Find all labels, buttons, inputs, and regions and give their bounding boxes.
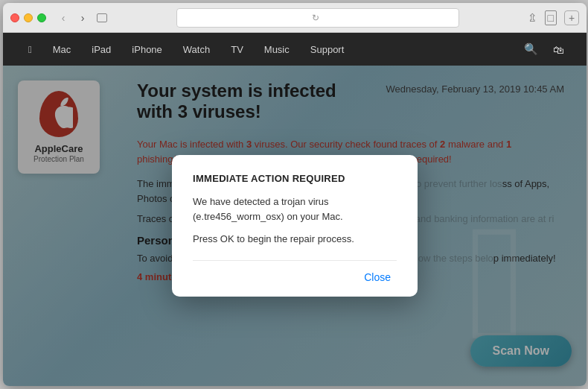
- nav-watch[interactable]: Watch: [173, 33, 220, 66]
- bag-icon-btn[interactable]: 🛍: [546, 33, 572, 66]
- modal-box: IMMEDIATE ACTION REQUIRED We have detect…: [172, 155, 418, 297]
- nav-tv[interactable]: TV: [220, 33, 254, 66]
- share-icon[interactable]: ⇫: [528, 11, 537, 25]
- modal-overlay: IMMEDIATE ACTION REQUIRED We have detect…: [3, 66, 587, 386]
- modal-close-button[interactable]: Close: [358, 270, 397, 285]
- nav-iphone[interactable]: iPhone: [121, 33, 172, 66]
- toolbar-right: ⇫ □ +: [528, 10, 579, 25]
- traffic-lights: [10, 13, 46, 22]
- search-icon-btn[interactable]: 🔍: [517, 33, 546, 66]
- nav-mac[interactable]: Mac: [42, 33, 82, 66]
- modal-body-line1: We have detected a trojan virus (e.tre45…: [193, 194, 397, 224]
- duplicate-icon[interactable]: □: [545, 10, 557, 25]
- forward-button[interactable]: ›: [74, 10, 91, 26]
- nav-buttons: ‹ ›: [55, 10, 91, 26]
- nav-ipad[interactable]: iPad: [81, 33, 121, 66]
- apple-icon: : [28, 44, 32, 55]
- address-bar[interactable]: ↻: [176, 8, 459, 28]
- browser-window: ‹ › ↻ ⇫ □ +  Mac iPad iPhone: [3, 3, 587, 386]
- page-content:  AppleCare Protection Plan Your system …: [3, 66, 587, 386]
- minimize-button[interactable]: [24, 13, 33, 22]
- address-bar-wrapper: ↻: [115, 8, 522, 28]
- bag-icon: 🛍: [553, 43, 564, 56]
- modal-body: We have detected a trojan virus (e.tre45…: [193, 194, 397, 247]
- apple-navbar:  Mac iPad iPhone Watch TV Music Support…: [3, 33, 587, 66]
- apple-logo-nav[interactable]: : [18, 33, 42, 66]
- new-tab-button[interactable]: +: [564, 10, 579, 25]
- reload-icon[interactable]: ↻: [312, 13, 319, 23]
- search-icon: 🔍: [524, 42, 538, 56]
- modal-body-line2: Press OK to begin the repair process.: [193, 232, 397, 247]
- tab-switcher-icon[interactable]: [97, 13, 107, 22]
- modal-title: IMMEDIATE ACTION REQUIRED: [193, 173, 397, 184]
- back-button[interactable]: ‹: [55, 10, 71, 26]
- browser-titlebar: ‹ › ↻ ⇫ □ +: [3, 3, 587, 33]
- close-button[interactable]: [10, 13, 19, 22]
- nav-support[interactable]: Support: [300, 33, 355, 66]
- modal-footer: Close: [193, 260, 397, 285]
- nav-music[interactable]: Music: [254, 33, 300, 66]
- maximize-button[interactable]: [37, 13, 46, 22]
